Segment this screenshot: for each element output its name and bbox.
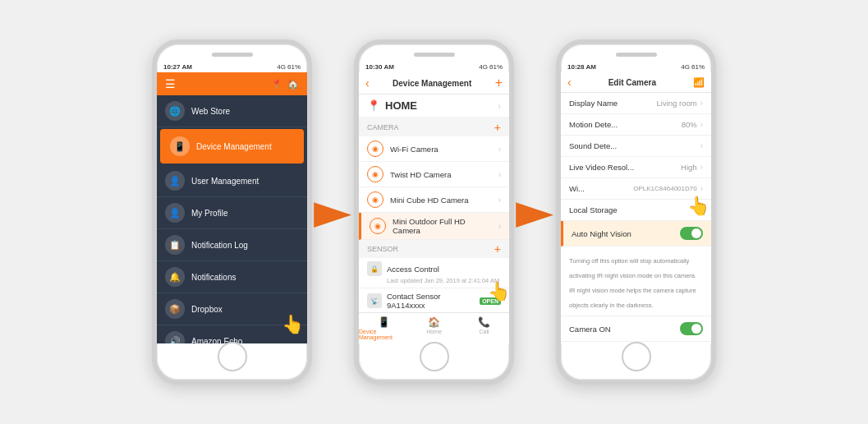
open-badge: OPEN (480, 297, 501, 305)
camera-item-wifi[interactable]: ◉ Wi-Fi Camera › (359, 136, 509, 162)
nav-item-home[interactable]: 🏠 Home (409, 316, 459, 340)
sidebar-item-notification-log[interactable]: 📋 Notification Log (157, 229, 307, 261)
user-mgmt-icon: 👤 (165, 171, 185, 191)
sidebar-item-label: Amazon Echo (191, 337, 242, 344)
setting-value: 80% (682, 120, 697, 129)
home-row: 📍 HOME › (359, 94, 509, 117)
setting-local-storage[interactable]: Local Storage › (561, 200, 711, 221)
dropbox-icon: 📦 (165, 299, 185, 319)
mini-cube-camera-icon: ◉ (367, 191, 383, 208)
phone2-header: ‹ Device Management + (359, 72, 509, 94)
sensor-item-top-row: 🔒 Access Control (367, 261, 501, 276)
sidebar-item-my-profile[interactable]: 👤 My Profile (157, 197, 307, 229)
setting-label: Live Video Resol... (569, 163, 634, 172)
camera-name: Twist HD Camera (390, 170, 492, 179)
phone2-inner: 10:30 AM 4G 61% ‹ Device Management + (359, 61, 509, 343)
setting-sound-detection[interactable]: Sound Dete... › (561, 136, 711, 157)
nav-label: Device Management (359, 329, 409, 340)
phone1: 10:27 AM 4G 61% ☰ 📍 🏠 (152, 39, 312, 385)
setting-motion-detection[interactable]: Motion Dete... 80% › (561, 114, 711, 136)
hamburger-icon[interactable]: ☰ (165, 77, 176, 90)
sidebar-item-user-management[interactable]: 👤 User Management (157, 165, 307, 197)
setting-label: Local Storage (569, 205, 618, 214)
camera-item-mini-cube[interactable]: ◉ Mini Cube HD Camera › (359, 187, 509, 213)
camera-on-description: Turning off this option will stop all vi… (561, 342, 711, 343)
phone1-wrapper: 10:27 AM 4G 61% ☰ 📍 🏠 (152, 39, 312, 385)
setting-label: Auto Night Vision (572, 229, 631, 238)
setting-chevron-icon: › (700, 120, 703, 129)
phone2-status-icons: 4G 61% (479, 63, 503, 71)
camera-add-button[interactable]: + (494, 121, 501, 134)
phone3-time: 10:28 AM (567, 63, 596, 71)
sensor-section-header: Sensor + (359, 240, 509, 258)
phone1-status-icons: 4G 61% (277, 63, 301, 71)
phone3-title: Edit Camera (609, 78, 656, 87)
phone3-wrapper: 10:28 AM 4G 61% ‹ Edit Camera 📶 D (556, 39, 716, 385)
setting-auto-night-vision[interactable]: Auto Night Vision (561, 221, 711, 247)
sidebar-item-label: Dropbox (191, 305, 223, 314)
camera-on-toggle[interactable] (680, 322, 703, 335)
setting-wifi[interactable]: Wi... OPLK1C8464001D70 › (561, 178, 711, 200)
phone2-back-button[interactable]: ‹ (365, 76, 370, 90)
setting-chevron-icon: › (700, 141, 703, 150)
sidebar-item-device-management[interactable]: 📱 Device Management (160, 129, 304, 164)
phone3-status-icons: 4G 61% (681, 63, 705, 71)
arrow1: ▶ (314, 196, 352, 228)
setting-display-name[interactable]: Display Name Living room › (561, 93, 711, 114)
web-store-icon: 🌐 (165, 101, 185, 121)
camera-name: Mini Outdoor Full HD Camera (393, 217, 492, 235)
auto-night-vision-description: Turning off this option will stop automa… (561, 247, 711, 316)
main-scene: 10:27 AM 4G 61% ☰ 📍 🏠 (135, 23, 733, 401)
phone1-header-icons: 📍 🏠 (271, 79, 299, 90)
sidebar-item-notifications[interactable]: 🔔 Notifications (157, 261, 307, 293)
nav-item-call[interactable]: 📞 Call (459, 316, 509, 340)
camera-item-mini-outdoor[interactable]: ◉ Mini Outdoor Full HD Camera › (359, 213, 509, 240)
my-profile-icon: 👤 (165, 203, 185, 223)
camera-item-twist[interactable]: ◉ Twist HD Camera › (359, 162, 509, 187)
twist-camera-icon: ◉ (367, 166, 383, 182)
auto-night-vision-toggle[interactable] (680, 227, 703, 240)
home-label: 📍 HOME (367, 99, 417, 112)
sidebar-item-web-store[interactable]: 🌐 Web Store (157, 95, 307, 127)
phone2-wrapper: 10:30 AM 4G 61% ‹ Device Management + (354, 39, 514, 385)
sensor-name: Access Control (387, 265, 501, 274)
sensor-item-access-control[interactable]: 🔒 Access Control Last updated Jan 29, 20… (359, 258, 509, 288)
phone1-menu: 🌐 Web Store 📱 Device Management 👤 User M… (157, 95, 307, 343)
home-nav-icon: 🏠 (428, 316, 440, 328)
home-icon: 🏠 (287, 79, 299, 90)
camera-chevron-icon: › (498, 196, 501, 205)
phone3-back-button[interactable]: ‹ (567, 76, 572, 89)
sensor-section-label: Sensor (367, 245, 398, 253)
setting-label: Wi... (569, 184, 585, 193)
sidebar-item-label: Web Store (191, 107, 230, 116)
call-nav-icon: 📞 (478, 316, 490, 328)
sidebar-item-label: Device Management (196, 142, 272, 151)
sensor-item-contact[interactable]: 📡 Contact Sensor 9A114xxxx OPEN Last upd… (359, 288, 509, 312)
camera-name: Mini Cube HD Camera (390, 196, 492, 205)
amazon-echo-icon: 🔊 (165, 331, 185, 343)
phone2-signal: 4G (479, 63, 488, 71)
camera-name: Wi-Fi Camera (390, 145, 492, 154)
notif-log-icon: 📋 (165, 235, 185, 255)
phone2-time: 10:30 AM (365, 63, 394, 71)
sensor-date: Last updated Jan 29, 2019 at 2:41:04 AM (387, 277, 501, 284)
setting-live-video[interactable]: Live Video Resol... High › (561, 157, 711, 178)
phone2-add-button[interactable]: + (495, 76, 503, 90)
phone3-inner: 10:28 AM 4G 61% ‹ Edit Camera 📶 D (561, 61, 711, 343)
sidebar-item-amazon-echo[interactable]: 🔊 Amazon Echo (157, 325, 307, 343)
device-mgmt-icon: 📱 (170, 136, 190, 156)
setting-label: Display Name (569, 99, 618, 108)
setting-camera-on[interactable]: Camera ON (561, 316, 711, 342)
setting-value: Living room (657, 99, 697, 108)
camera-chevron-icon: › (498, 222, 501, 231)
sidebar-item-label: My Profile (191, 209, 227, 218)
phone2-title: Device Management (393, 79, 471, 88)
sidebar-item-dropbox[interactable]: 📦 Dropbox (157, 293, 307, 325)
setting-chevron-icon: › (700, 163, 703, 172)
sensor-add-button[interactable]: + (494, 242, 501, 256)
setting-label: Camera ON (569, 325, 611, 334)
nav-item-device-management[interactable]: 📱 Device Management (359, 316, 409, 340)
setting-label: Motion Dete... (569, 120, 618, 129)
setting-label: Sound Dete... (569, 141, 617, 150)
phone2-content: 📍 HOME › Camera + ◉ Wi-Fi Camera (359, 94, 509, 312)
